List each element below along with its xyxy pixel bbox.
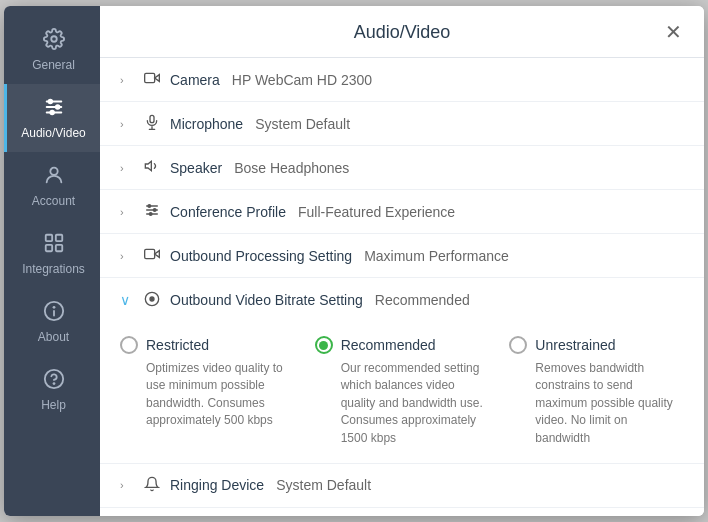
setting-row-bitrate[interactable]: ∨ Outbound Video Bitrate Setting Recomme… <box>100 278 704 322</box>
radio-label-recommended: Recommended <box>341 337 436 353</box>
radio-desc-recommended: Our recommended setting which balances v… <box>315 360 490 447</box>
svg-marker-22 <box>145 161 151 170</box>
radio-label-row-unrestrained: Unrestrained <box>509 336 684 354</box>
svg-point-32 <box>150 297 154 301</box>
main-header: Audio/Video ✕ <box>100 6 704 58</box>
svg-point-28 <box>149 213 152 216</box>
bitrate-value: Recommended <box>375 292 470 308</box>
svg-marker-29 <box>155 251 160 258</box>
audiovideo-icon <box>43 96 65 121</box>
chevron-outbound: › <box>120 250 134 262</box>
setting-row-conference[interactable]: › Conference Profile Full-Featured Exper… <box>100 190 704 234</box>
sidebar-item-help[interactable]: Help <box>4 356 100 424</box>
svg-point-26 <box>148 205 151 208</box>
sidebar-item-audiovideo[interactable]: Audio/Video <box>4 84 100 152</box>
help-label: Help <box>41 398 66 412</box>
radio-label-unrestrained: Unrestrained <box>535 337 615 353</box>
chevron-camera: › <box>120 74 134 86</box>
svg-rect-10 <box>45 245 51 251</box>
radio-circle-recommended[interactable] <box>315 336 333 354</box>
conference-value: Full-Featured Experience <box>298 204 455 220</box>
svg-point-7 <box>50 168 57 175</box>
microphone-value: System Default <box>255 116 350 132</box>
help-icon <box>43 368 65 393</box>
setting-row-microphone[interactable]: › Microphone System Default <box>100 102 704 146</box>
sidebar: GeneralAudio/VideoAccountIntegrationsAbo… <box>4 6 100 516</box>
sidebar-item-integrations[interactable]: Integrations <box>4 220 100 288</box>
integrations-icon <box>43 232 65 257</box>
ringing-label: Ringing Device <box>170 477 264 493</box>
chevron-microphone: › <box>120 118 134 130</box>
chevron-ringing: › <box>120 479 134 491</box>
radio-circle-restricted[interactable] <box>120 336 138 354</box>
account-label: Account <box>32 194 75 208</box>
svg-marker-17 <box>155 75 160 82</box>
svg-point-6 <box>50 111 54 115</box>
radio-options: RestrictedOptimizes video quality to use… <box>120 332 684 447</box>
setting-row-outbound[interactable]: › Outbound Processing Setting Maximum Pe… <box>100 234 704 278</box>
chevron-conference: › <box>120 206 134 218</box>
chevron-speaker: › <box>120 162 134 174</box>
svg-point-0 <box>51 36 57 42</box>
radio-option-restricted[interactable]: RestrictedOptimizes video quality to use… <box>120 336 295 447</box>
page-title: Audio/Video <box>354 22 451 43</box>
setting-row-camera[interactable]: › Camera HP WebCam HD 2300 <box>100 58 704 102</box>
conference-icon <box>142 202 162 221</box>
svg-rect-11 <box>55 245 61 251</box>
camera-label: Camera <box>170 72 220 88</box>
sidebar-item-account[interactable]: Account <box>4 152 100 220</box>
svg-rect-8 <box>45 235 51 241</box>
svg-point-5 <box>55 105 59 109</box>
camera-value: HP WebCam HD 2300 <box>232 72 372 88</box>
sidebar-item-about[interactable]: About <box>4 288 100 356</box>
integrations-label: Integrations <box>22 262 85 276</box>
chevron-bitrate: ∨ <box>120 292 134 308</box>
outbound-label: Outbound Processing Setting <box>170 248 352 264</box>
about-icon <box>43 300 65 325</box>
svg-rect-9 <box>55 235 61 241</box>
radio-option-unrestrained[interactable]: UnrestrainedRemoves bandwidth constrains… <box>509 336 684 447</box>
camera-icon <box>142 70 162 89</box>
radio-label-row-restricted: Restricted <box>120 336 295 354</box>
bitrate-icon <box>142 291 162 310</box>
app-window: GeneralAudio/VideoAccountIntegrationsAbo… <box>4 6 704 516</box>
setting-row-speaker[interactable]: › Speaker Bose Headphones <box>100 146 704 190</box>
svg-point-27 <box>153 209 156 212</box>
bitrate-options-section: RestrictedOptimizes video quality to use… <box>100 322 704 464</box>
sidebar-item-general[interactable]: General <box>4 16 100 84</box>
svg-rect-18 <box>145 73 155 82</box>
audiovideo-label: Audio/Video <box>21 126 86 140</box>
speaker-icon <box>142 158 162 177</box>
settings-list: › Camera HP WebCam HD 2300 › Microphone … <box>100 58 704 516</box>
microphone-icon <box>142 114 162 133</box>
setting-row-ringing[interactable]: › Ringing Device System Default <box>100 464 704 508</box>
main-content: Audio/Video ✕ › Camera HP WebCam HD 2300… <box>100 6 704 516</box>
close-button[interactable]: ✕ <box>659 20 688 44</box>
radio-label-row-recommended: Recommended <box>315 336 490 354</box>
speaker-value: Bose Headphones <box>234 160 349 176</box>
radio-desc-restricted: Optimizes video quality to use minimum p… <box>120 360 295 430</box>
ringing-value: System Default <box>276 477 371 493</box>
about-label: About <box>38 330 69 344</box>
conference-label: Conference Profile <box>170 204 286 220</box>
ringing-icon <box>142 476 162 495</box>
radio-label-restricted: Restricted <box>146 337 209 353</box>
general-icon <box>43 28 65 53</box>
account-icon <box>43 164 65 189</box>
radio-circle-unrestrained[interactable] <box>509 336 527 354</box>
svg-rect-19 <box>150 115 154 122</box>
svg-point-4 <box>48 100 52 104</box>
speaker-label: Speaker <box>170 160 222 176</box>
bitrate-label: Outbound Video Bitrate Setting <box>170 292 363 308</box>
radio-option-recommended[interactable]: RecommendedOur recommended setting which… <box>315 336 490 447</box>
radio-desc-unrestrained: Removes bandwidth constrains to send max… <box>509 360 684 447</box>
outbound-icon <box>142 246 162 265</box>
svg-rect-30 <box>145 249 155 258</box>
microphone-label: Microphone <box>170 116 243 132</box>
outbound-value: Maximum Performance <box>364 248 509 264</box>
general-label: General <box>32 58 75 72</box>
